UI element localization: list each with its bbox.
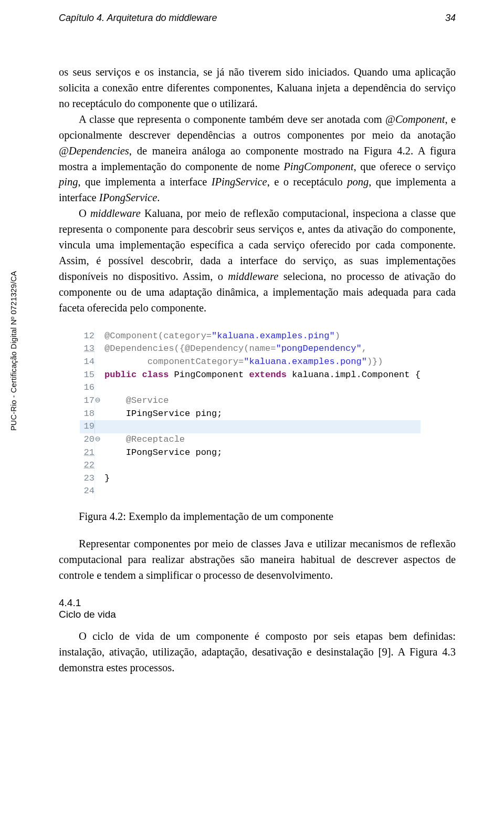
watermark-side: PUC-Rio - Certificação Digital Nº 072132…	[9, 271, 18, 431]
term-ipongservice: IPongService	[99, 192, 157, 203]
paragraph-2o: .	[157, 192, 160, 203]
paragraph-5: O ciclo de vida de um componente é compo…	[59, 630, 456, 673]
chapter-header: Capítulo 4. Arquitetura do middleware	[59, 13, 217, 24]
page-number: 34	[445, 13, 456, 24]
term-component: @Component	[385, 113, 445, 125]
figure-caption: Figura 4.2: Exemplo da implementação de …	[79, 511, 456, 523]
term-middleware-1: middleware	[90, 207, 141, 219]
term-middleware-2: middleware	[228, 271, 278, 282]
term-ipingservice: IPingService	[212, 176, 267, 188]
paragraph-3a: O	[79, 207, 90, 219]
term-ping: ping	[59, 176, 78, 188]
section-title: Ciclo de vida	[59, 609, 456, 620]
paragraph-2i: , que implementa a interface	[78, 176, 211, 188]
paragraph-4: Representar componentes por meio de clas…	[59, 538, 456, 581]
term-pingcomponent: PingComponent	[284, 161, 353, 172]
section-number: 4.4.1	[59, 597, 456, 609]
term-dependencies: @Dependencies	[59, 145, 129, 157]
paragraph-2k: , e o receptáculo	[267, 176, 348, 188]
paragraph-2a: A classe que representa o componente tam…	[79, 113, 385, 125]
section-heading: 4.4.1 Ciclo de vida	[59, 597, 456, 620]
term-pong: pong	[347, 176, 369, 188]
paragraph-2g: , que oferece o serviço	[354, 161, 456, 172]
paragraph-1: os seus serviços e os instancia, se já n…	[59, 66, 456, 109]
code-figure: 12@Component(category="kaluana.examples.…	[80, 330, 456, 498]
